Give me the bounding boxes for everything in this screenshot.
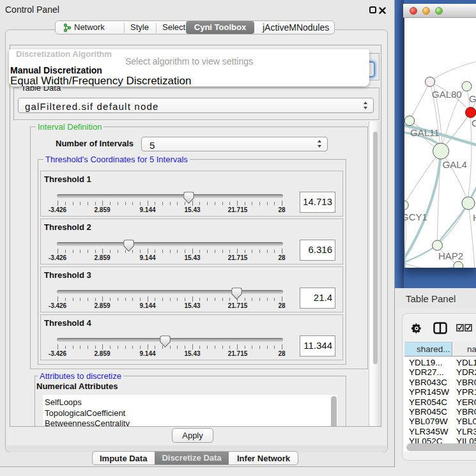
svg-text:GAL80: GAL80 <box>432 89 462 100</box>
svg-text:GAL11: GAL11 <box>410 127 440 138</box>
svg-text:HAP2: HAP2 <box>438 250 463 261</box>
svg-text:C: C <box>472 118 476 128</box>
svg-text:GAL4: GAL4 <box>443 159 467 170</box>
svg-text:H: H <box>473 212 476 223</box>
svg-text:GCY1: GCY1 <box>404 211 427 222</box>
svg-text:GA: GA <box>469 93 476 104</box>
